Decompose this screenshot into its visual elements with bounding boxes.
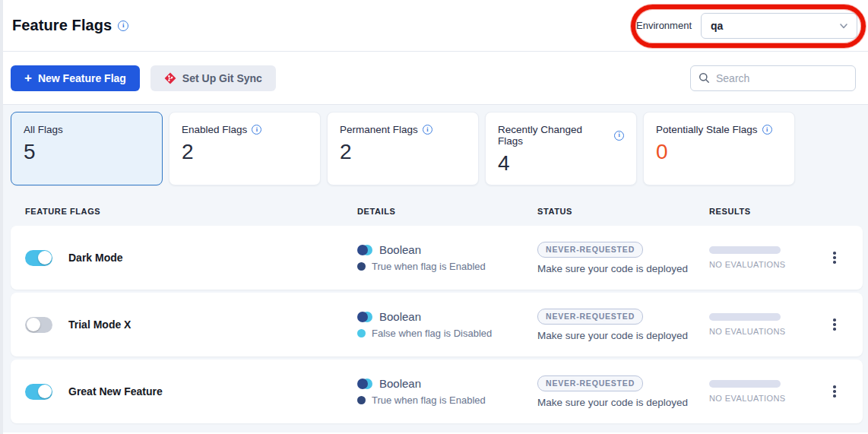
page-header: Feature Flags Environment qa (0, 0, 868, 52)
info-icon[interactable] (614, 131, 624, 141)
git-diamond-icon (164, 72, 176, 84)
variation-dot-icon (357, 396, 366, 404)
new-feature-flag-button[interactable]: + New Feature Flag (11, 65, 140, 91)
info-icon[interactable] (423, 125, 432, 135)
stat-card-all-flags[interactable]: All Flags 5 (11, 112, 163, 185)
evaluations-progress-bar (709, 246, 781, 254)
page-title: Feature Flags (12, 17, 112, 34)
kebab-menu-icon[interactable] (828, 247, 841, 268)
results-text: NO EVALUATIONS (709, 327, 781, 336)
table-header: FEATURE FLAGS DETAILS STATUS RESULTS (11, 207, 857, 216)
evaluations-progress-bar (709, 380, 781, 388)
environment-dropdown[interactable]: qa (701, 13, 857, 39)
boolean-type-icon (357, 379, 372, 389)
status-badge: NEVER-REQUESTED (537, 242, 643, 258)
table-row: Dark Mode Boolean True when flag is Enab… (11, 226, 863, 290)
stat-value: 2 (182, 140, 308, 164)
stat-value: 0 (656, 140, 782, 164)
stat-cards: All Flags 5 Enabled Flags 2 Permanent Fl… (11, 112, 868, 185)
stat-value: 4 (498, 151, 624, 176)
column-feature-flags: FEATURE FLAGS (25, 207, 357, 216)
info-icon[interactable] (118, 21, 128, 31)
toolbar: + New Feature Flag Set Up Git Sync (0, 52, 868, 105)
boolean-type-icon (357, 245, 372, 255)
table-row: Trial Mode X Boolean False when flag is … (11, 293, 863, 356)
environment-label: Environment (636, 20, 692, 31)
flag-name[interactable]: Great New Feature (68, 385, 163, 398)
content-area: All Flags 5 Enabled Flags 2 Permanent Fl… (0, 105, 868, 432)
set-up-git-sync-button[interactable]: Set Up Git Sync (150, 65, 276, 91)
status-text: Make sure your code is deployed (537, 397, 709, 408)
column-status: STATUS (537, 207, 709, 216)
stat-card-enabled-flags[interactable]: Enabled Flags 2 (169, 112, 321, 185)
column-results: RESULTS (709, 207, 806, 216)
environment-value: qa (711, 20, 723, 32)
stat-card-recently-changed-flags[interactable]: Recently Changed Flags 4 (485, 112, 637, 185)
status-badge: NEVER-REQUESTED (537, 309, 643, 325)
results-text: NO EVALUATIONS (709, 260, 781, 269)
variation-dot-icon (357, 262, 366, 271)
evaluations-progress-bar (709, 313, 781, 321)
search-input[interactable] (716, 72, 854, 84)
plus-icon: + (24, 71, 32, 84)
environment-selector-group: Environment qa (636, 13, 857, 39)
search-icon (699, 72, 710, 84)
chevron-down-icon (838, 21, 849, 31)
info-icon[interactable] (762, 125, 772, 135)
status-text: Make sure your code is deployed (537, 330, 709, 341)
stat-value: 5 (24, 140, 150, 164)
flag-toggle[interactable] (25, 317, 52, 333)
page-left-edge (0, 0, 3, 434)
stat-card-potentially-stale-flags[interactable]: Potentially Stale Flags 0 (643, 112, 795, 185)
variation-dot-icon (357, 329, 366, 337)
status-text: Make sure your code is deployed (537, 263, 709, 274)
flag-toggle[interactable] (25, 384, 52, 400)
results-text: NO EVALUATIONS (709, 394, 781, 403)
stat-value: 2 (340, 140, 466, 164)
search-box (690, 65, 856, 91)
flag-name[interactable]: Trial Mode X (68, 318, 131, 331)
status-badge: NEVER-REQUESTED (537, 375, 643, 391)
flag-name[interactable]: Dark Mode (68, 252, 123, 264)
column-details: DETAILS (357, 207, 537, 216)
boolean-type-icon (357, 312, 372, 322)
kebab-menu-icon[interactable] (828, 381, 841, 402)
info-icon[interactable] (252, 125, 261, 135)
table-row: Great New Feature Boolean True when flag… (11, 360, 863, 423)
flag-toggle[interactable] (25, 250, 52, 266)
kebab-menu-icon[interactable] (828, 314, 841, 335)
stat-card-permanent-flags[interactable]: Permanent Flags 2 (327, 112, 479, 185)
